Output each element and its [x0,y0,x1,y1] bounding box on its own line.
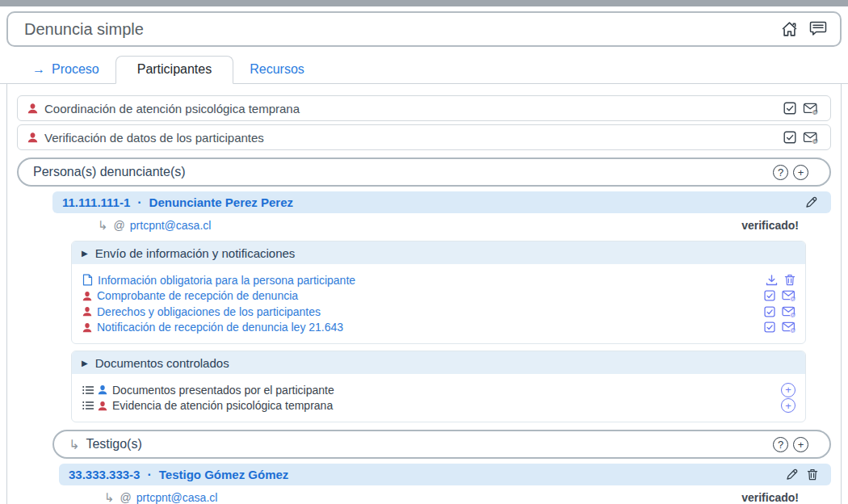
tab-proceso[interactable]: → Proceso [16,57,115,83]
trash-icon[interactable] [807,468,818,481]
participants-panel: Coordinación de atención psicológica tem… [6,84,842,504]
envio-item: Comprobante de recepción de denuncia @ [82,288,796,304]
participant-email-row: ↳ @ prtcpnt@casa.cl verificado! [59,489,831,504]
participant-row-denunciante[interactable]: 11.111.111-1 · Denunciante Perez Perez [52,191,831,213]
participant-name: Testigo Gómez Gómez [159,468,289,481]
svg-text:@: @ [791,312,796,317]
envio-item: Derechos y obligaciones de los participa… [82,304,796,320]
svg-text:@: @ [791,327,796,333]
task-row-verificacion[interactable]: Verificación de datos de los participant… [17,124,831,150]
trash-icon[interactable] [784,274,796,286]
checkbox-checked-icon[interactable] [764,290,775,301]
denunciante-block: 11.111.111-1 · Denunciante Perez Perez ↳… [52,191,831,422]
mail-at-icon[interactable]: @ [782,321,796,333]
documento-item: Evidencia de atención psicológica tempra… [82,398,796,414]
mail-at-icon[interactable]: @ [803,103,818,115]
checkbox-checked-icon[interactable] [783,131,796,144]
participant-email-link[interactable]: prtcpnt@casa.cl [136,491,218,504]
at-icon: @ [120,491,132,504]
person-icon [82,306,92,317]
participant-email-row: ↳ @ prtcpnt@casa.cl verificado! [52,216,831,234]
verified-badge: verificado! [741,491,799,504]
home-icon[interactable] [781,21,798,37]
edit-pencil-icon[interactable] [804,195,818,209]
task-row-coordinacion[interactable]: Coordinación de atención psicológica tem… [17,95,831,121]
section-denunciantes: Persona(s) denunciante(s) ? + [17,158,831,187]
card-documentos-header[interactable]: ▶ Documentos controlados [72,351,805,374]
process-title-bar: Denuncia simple [6,11,842,47]
sub-arrow-icon: ↳ [104,490,115,504]
svg-text:@: @ [812,109,818,115]
participant-id: 33.333.333-3 [69,468,140,481]
help-icon[interactable]: ? [773,437,788,452]
verified-badge: verificado! [741,219,799,232]
mail-at-icon[interactable]: @ [782,306,796,317]
person-icon [27,132,38,143]
add-participant-icon[interactable]: + [793,437,808,452]
card-envio-header[interactable]: ▶ Envío de información y notificaciones [72,242,805,264]
comments-icon[interactable] [809,21,827,37]
task-label: Coordinación de atención psicológica tem… [44,102,783,116]
person-icon [82,291,92,301]
pdf-file-icon [82,274,93,286]
window-top-strip [0,0,848,6]
documento-item: Documentos presentados por el participan… [82,382,796,398]
at-icon: @ [114,219,125,232]
checkbox-checked-icon[interactable] [783,102,796,115]
download-icon[interactable] [766,275,778,286]
tab-bar: → Proceso Participantes Recursos [0,57,848,84]
sub-arrow-icon: ↳ [69,437,79,452]
tab-participantes[interactable]: Participantes [115,56,234,84]
svg-text:@: @ [791,296,796,301]
section-title: ↳ Testigo(s) [69,437,773,452]
participant-name: Denunciante Perez Perez [149,195,293,209]
participant-id: 11.111.111-1 [62,195,130,209]
list-icon [82,385,94,395]
section-title: Persona(s) denunciante(s) [33,165,773,179]
person-icon [82,322,92,333]
mail-at-icon[interactable]: @ [782,290,796,301]
add-document-icon[interactable]: + [781,398,796,413]
edit-pencil-icon[interactable] [785,468,799,481]
section-testigos: ↳ Testigo(s) ? + [52,430,831,459]
testigo-block: 33.333.333-3 · Testigo Gómez Gómez ↳ @ p… [59,464,831,504]
person-icon [98,401,107,411]
participant-row-testigo[interactable]: 33.333.333-3 · Testigo Gómez Gómez [59,464,831,485]
help-icon[interactable]: ? [773,165,788,180]
add-document-icon[interactable]: + [781,383,796,397]
list-icon [82,401,94,410]
add-participant-icon[interactable]: + [793,165,808,180]
sub-arrow-icon: ↳ [98,218,108,233]
svg-text:@: @ [812,138,818,144]
envio-item: Notificación de recepción de denuncia le… [82,320,796,336]
card-envio: ▶ Envío de información y notificaciones … [71,241,806,344]
collapse-triangle-icon: ▶ [82,249,88,258]
person-icon [27,103,38,114]
checkbox-checked-icon[interactable] [764,306,775,317]
task-label: Verificación de datos de los participant… [44,131,783,145]
envio-item: Información obligatoria para la persona … [82,272,796,288]
card-documentos: ▶ Documentos controlados Documentos pres… [71,351,806,422]
tab-recursos[interactable]: Recursos [233,57,321,83]
checkbox-checked-icon[interactable] [764,321,775,333]
page-title: Denuncia simple [24,20,781,39]
participant-email-link[interactable]: prtcpnt@casa.cl [130,219,212,232]
arrow-right-icon: → [32,62,45,77]
person-icon [98,384,107,395]
mail-at-icon[interactable]: @ [803,132,818,144]
collapse-triangle-icon: ▶ [82,359,88,368]
